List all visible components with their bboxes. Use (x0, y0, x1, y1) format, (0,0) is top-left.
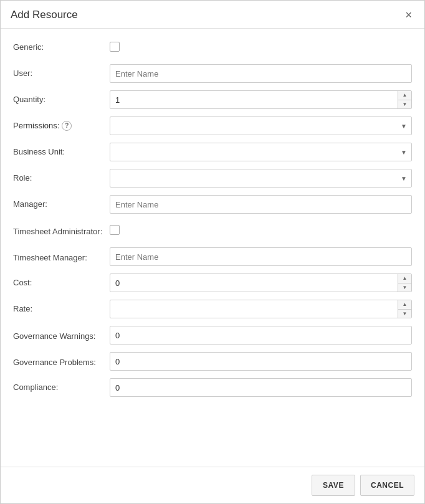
user-row: User: (13, 64, 412, 83)
user-control (110, 64, 412, 83)
manager-control (110, 195, 412, 214)
role-select[interactable] (110, 169, 412, 188)
rate-row: Rate: ▲ ▼ (13, 299, 412, 319)
cost-spinner-wrap: ▲ ▼ (110, 273, 412, 292)
add-resource-dialog: Add Resource × Generic: User: Quantity: (0, 0, 425, 504)
role-label: Role: (13, 173, 110, 184)
manager-input[interactable] (110, 195, 412, 214)
timesheet-manager-row: Timesheet Manager: (13, 247, 412, 267)
user-label: User: (13, 69, 110, 79)
manager-row: Manager: (13, 194, 412, 214)
quantity-input[interactable] (110, 90, 412, 109)
governance-warnings-label: Governance Warnings: (13, 329, 110, 342)
rate-spinner-wrap: ▲ ▼ (110, 300, 412, 318)
compliance-row: Compliance: 0 (13, 378, 412, 397)
rate-control: ▲ ▼ (110, 300, 412, 318)
governance-problems-control: 0 (110, 352, 412, 371)
governance-problems-value: 0 (110, 352, 412, 371)
timesheet-admin-row: Timesheet Administrator: (13, 221, 412, 240)
business-unit-row: Business Unit: ▼ (13, 142, 412, 162)
quantity-label: Quantity: (13, 95, 110, 105)
quantity-spinner-wrap: ▲ ▼ (110, 90, 412, 109)
cancel-button[interactable]: CANCEL (360, 475, 414, 496)
rate-spinners: ▲ ▼ (398, 300, 411, 318)
business-unit-select[interactable] (110, 143, 412, 161)
governance-warnings-control: 0 (110, 326, 412, 345)
permissions-select-wrap: ▼ (110, 116, 412, 135)
rate-increment[interactable]: ▲ (398, 300, 411, 310)
save-button[interactable]: SAVE (312, 475, 355, 496)
timesheet-admin-checkbox[interactable] (110, 225, 120, 235)
governance-problems-label: Governance Problems: (13, 355, 110, 368)
generic-control (110, 42, 412, 54)
permissions-label: Permissions: ? (13, 121, 110, 131)
quantity-row: Quantity: ▲ ▼ (13, 90, 412, 110)
rate-input[interactable] (110, 300, 412, 318)
timesheet-admin-control (110, 225, 412, 237)
rate-label: Rate: (13, 304, 110, 315)
timesheet-manager-label: Timesheet Manager: (13, 250, 110, 264)
user-input[interactable] (110, 64, 412, 83)
manager-label: Manager: (13, 199, 110, 210)
cost-decrement[interactable]: ▼ (398, 283, 411, 292)
timesheet-manager-control (110, 247, 412, 266)
cost-spinners: ▲ ▼ (398, 274, 411, 292)
compliance-control: 0 (110, 378, 412, 397)
permissions-control: ▼ (110, 116, 412, 135)
compliance-label: Compliance: (13, 383, 110, 393)
compliance-value: 0 (110, 378, 412, 397)
role-control: ▼ (110, 169, 412, 188)
business-unit-control: ▼ (110, 143, 412, 161)
permissions-row: Permissions: ? ▼ (13, 116, 412, 136)
governance-warnings-row: Governance Warnings: 0 (13, 325, 412, 345)
cost-control: ▲ ▼ (110, 273, 412, 292)
role-row: Role: ▼ (13, 168, 412, 188)
cost-input[interactable] (110, 273, 412, 292)
governance-problems-row: Governance Problems: 0 (13, 351, 412, 371)
quantity-control: ▲ ▼ (110, 90, 412, 109)
quantity-increment[interactable]: ▲ (398, 91, 411, 100)
cost-row: Cost: ▲ ▼ (13, 273, 412, 293)
dialog-header: Add Resource × (1, 1, 424, 29)
rate-decrement[interactable]: ▼ (398, 310, 411, 318)
generic-row: Generic: (13, 37, 412, 57)
quantity-spinners: ▲ ▼ (398, 91, 411, 108)
generic-checkbox[interactable] (110, 42, 120, 52)
generic-label: Generic: (13, 42, 110, 53)
cost-increment[interactable]: ▲ (398, 274, 411, 283)
permissions-help-icon[interactable]: ? (62, 121, 72, 131)
dialog-footer: SAVE CANCEL (1, 467, 424, 503)
timesheet-admin-label: Timesheet Administrator: (13, 224, 110, 237)
role-select-wrap: ▼ (110, 169, 412, 188)
quantity-decrement[interactable]: ▼ (398, 100, 411, 109)
cost-label: Cost: (13, 278, 110, 288)
timesheet-manager-input[interactable] (110, 247, 412, 266)
dialog-title: Add Resource (11, 9, 78, 21)
governance-warnings-value: 0 (110, 326, 412, 345)
close-button[interactable]: × (403, 8, 414, 22)
permissions-select[interactable] (110, 116, 412, 135)
business-unit-label: Business Unit: (13, 147, 110, 158)
dialog-body: Generic: User: Quantity: ▲ ▼ (1, 29, 424, 467)
business-unit-select-wrap: ▼ (110, 143, 412, 161)
